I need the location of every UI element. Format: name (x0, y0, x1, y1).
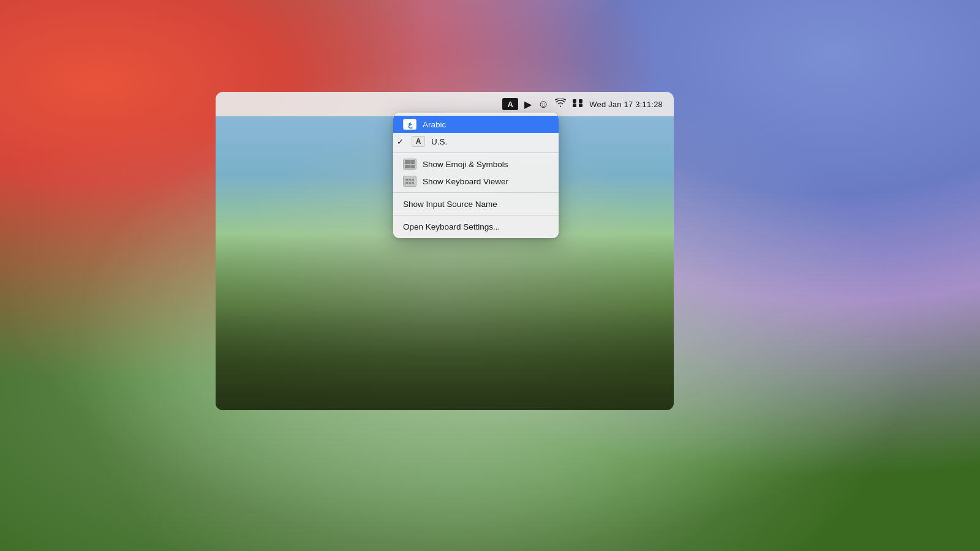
input-source-dropdown: ع Arabic ✓ A U.S. Show Emoji & Symbols (393, 113, 559, 238)
arabic-lang-icon: ع (403, 119, 417, 130)
show-input-source-name-label: Show Input Source Name (403, 200, 497, 209)
menu-item-open-keyboard-settings[interactable]: Open Keyboard Settings... (393, 218, 559, 235)
control-center-icon[interactable] (572, 99, 583, 110)
checkmark-icon: ✓ (397, 137, 404, 146)
svg-rect-0 (573, 99, 576, 103)
open-keyboard-settings-label: Open Keyboard Settings... (403, 222, 500, 231)
menu-item-arabic[interactable]: ع Arabic (393, 116, 559, 133)
menu-item-keyboard-viewer[interactable]: Show Keyboard Viewer (393, 173, 559, 190)
svg-rect-3 (579, 103, 582, 107)
show-emoji-label: Show Emoji & Symbols (423, 160, 508, 169)
separator-1 (393, 152, 559, 153)
us-lang-icon: A (412, 136, 425, 147)
show-keyboard-label: Show Keyboard Viewer (423, 177, 508, 186)
svg-rect-1 (579, 99, 582, 103)
menu-item-show-emoji[interactable]: Show Emoji & Symbols (393, 156, 559, 173)
keyboard-viewer-icon (403, 176, 417, 187)
separator-2 (393, 192, 559, 193)
emoji-symbols-icon (403, 159, 417, 170)
separator-3 (393, 215, 559, 216)
menu-bar-datetime: Wed Jan 17 3:11:28 (589, 100, 663, 109)
input-source-menubar-icon[interactable]: A (502, 98, 518, 110)
mac-window: A ▶ ☺ (216, 92, 674, 410)
svg-rect-2 (573, 103, 576, 107)
menu-bar-icons: A ▶ ☺ (502, 98, 663, 111)
wifi-icon[interactable] (555, 99, 566, 110)
play-icon[interactable]: ▶ (524, 99, 532, 110)
emoji-icon[interactable]: ☺ (538, 98, 549, 111)
us-label: U.S. (431, 137, 447, 146)
menu-item-us[interactable]: ✓ A U.S. (393, 133, 559, 150)
arabic-label: Arabic (423, 120, 446, 129)
menu-item-show-input-source-name[interactable]: Show Input Source Name (393, 195, 559, 212)
